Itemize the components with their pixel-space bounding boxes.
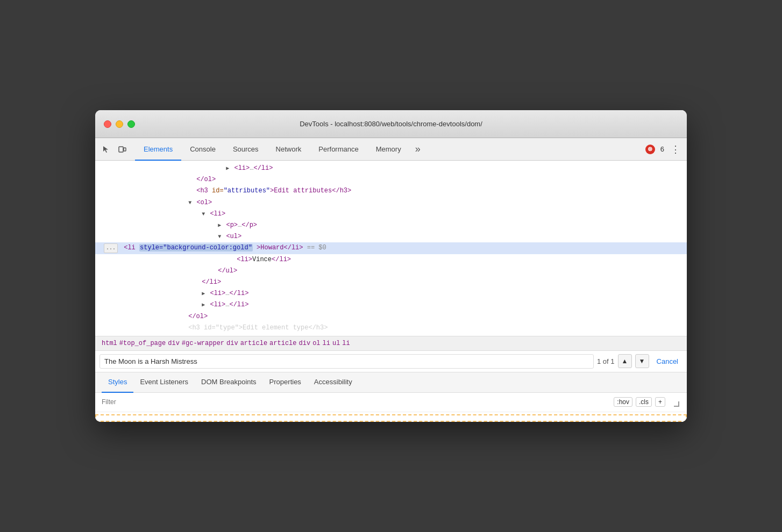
triangle-icon: ▶ (226, 166, 229, 171)
window-title: DevTools - localhost:8080/web/tools/chro… (300, 120, 482, 128)
breadcrumb-li-1[interactable]: li (323, 340, 330, 347)
dom-line[interactable]: </ol> (95, 311, 687, 322)
breadcrumb-li-2[interactable]: li (342, 340, 350, 347)
breadcrumb-ul[interactable]: ul (332, 340, 340, 347)
tab-sources[interactable]: Sources (224, 138, 267, 161)
filter-actions: :hov .cls + (614, 397, 665, 407)
breadcrumb: html #top_of_page div #gc-wrapper div ar… (95, 336, 687, 351)
tab-network[interactable]: Network (267, 138, 310, 161)
breadcrumb-div-1[interactable]: div (168, 340, 180, 347)
dom-line[interactable]: <li>Vince</li> (95, 254, 687, 265)
error-icon: ⊗ (648, 146, 652, 153)
ellipsis-button[interactable]: ... (104, 243, 118, 253)
tab-console[interactable]: Console (181, 138, 224, 161)
breadcrumb-top-of-page[interactable]: #top_of_page (119, 340, 166, 347)
more-tabs-button[interactable]: » (412, 143, 424, 155)
filter-input[interactable] (102, 398, 609, 406)
devtools-window: DevTools - localhost:8080/web/tools/chro… (95, 110, 687, 422)
dom-line[interactable]: ▶ <li>…</li> (95, 299, 687, 311)
error-count: 6 (660, 145, 664, 153)
title-bar: DevTools - localhost:8080/web/tools/chro… (95, 110, 687, 138)
devtools-menu-icon[interactable]: ⋮ (669, 143, 683, 155)
search-count: 1 of 1 (597, 357, 615, 365)
cursor-icon[interactable] (99, 143, 112, 156)
tab-properties[interactable]: Properties (263, 372, 308, 393)
svg-rect-1 (124, 148, 126, 151)
dom-line[interactable]: ▶ <p>…</p> (95, 220, 687, 231)
maximize-button[interactable] (127, 120, 135, 128)
search-input[interactable] (99, 354, 594, 369)
resize-handle[interactable] (674, 401, 679, 407)
expand-icon[interactable]: ▶ (218, 222, 221, 228)
tab-event-listeners[interactable]: Event Listeners (133, 372, 195, 393)
search-prev-button[interactable]: ▲ (618, 354, 632, 368)
dom-line[interactable]: ▶ <li>…</li> (95, 163, 687, 174)
device-icon[interactable] (116, 143, 129, 156)
tab-performance[interactable]: Performance (310, 138, 367, 161)
dom-line[interactable]: ▼ <ul> (95, 231, 687, 242)
dom-line[interactable]: <h3 id="type">Edit element type</h3> (95, 322, 687, 334)
minimize-button[interactable] (116, 120, 123, 128)
tab-bar-right: ⊗ 6 ⋮ (645, 143, 683, 155)
breadcrumb-article-2[interactable]: article (269, 340, 296, 347)
collapse-icon[interactable]: ▼ (218, 234, 221, 240)
expand-icon[interactable]: ▶ (202, 291, 205, 297)
cls-button[interactable]: .cls (636, 397, 652, 407)
dashed-style-area (95, 414, 687, 422)
dom-line[interactable]: ▼ <li> (95, 209, 687, 220)
dom-line[interactable]: <h3 id="attributes">Edit attributes</h3> (95, 185, 687, 197)
search-next-button[interactable]: ▼ (635, 354, 649, 368)
breadcrumb-gc-wrapper[interactable]: #gc-wrapper (182, 340, 224, 347)
dom-line[interactable]: ▼ <ol> (95, 197, 687, 209)
tab-dom-breakpoints[interactable]: DOM Breakpoints (195, 372, 263, 393)
tab-bar-icons (99, 143, 129, 156)
search-bar: 1 of 1 ▲ ▼ Cancel (95, 351, 687, 372)
collapse-icon[interactable]: ▼ (188, 200, 191, 206)
cancel-button[interactable]: Cancel (652, 355, 683, 368)
breadcrumb-article-1[interactable]: article (240, 340, 267, 347)
breadcrumb-div-2[interactable]: div (226, 340, 238, 347)
collapse-icon[interactable]: ▼ (202, 211, 205, 217)
breadcrumb-ol[interactable]: ol (312, 340, 320, 347)
dom-line-selected[interactable]: ... <li style="background-color:gold" >H… (95, 242, 687, 254)
tab-bar: Elements Console Sources Network Perform… (95, 138, 687, 161)
dom-line[interactable]: </ol> (95, 174, 687, 185)
close-button[interactable] (104, 120, 111, 128)
tab-accessibility[interactable]: Accessibility (308, 372, 359, 393)
add-style-button[interactable]: + (655, 397, 665, 407)
filter-bar: :hov .cls + (95, 393, 687, 412)
dom-tree: ▶ <li>…</li> </ol> <h3 id="attributes">E… (95, 161, 687, 336)
breadcrumb-html[interactable]: html (102, 340, 117, 347)
tab-elements[interactable]: Elements (135, 138, 181, 161)
dom-line[interactable]: </li> (95, 277, 687, 288)
tab-memory[interactable]: Memory (367, 138, 410, 161)
breadcrumb-div-3[interactable]: div (299, 340, 311, 347)
error-badge: ⊗ (645, 145, 655, 154)
dom-line[interactable]: </ul> (95, 265, 687, 277)
svg-rect-0 (119, 147, 123, 152)
bottom-tabs: Styles Event Listeners DOM Breakpoints P… (95, 372, 687, 393)
hov-button[interactable]: :hov (614, 397, 632, 407)
dom-line[interactable]: ▶ <li>…</li> (95, 288, 687, 299)
traffic-lights (104, 120, 135, 128)
tab-styles[interactable]: Styles (102, 372, 133, 393)
main-content: ▶ <li>…</li> </ol> <h3 id="attributes">E… (95, 161, 687, 422)
expand-icon[interactable]: ▶ (202, 302, 205, 308)
